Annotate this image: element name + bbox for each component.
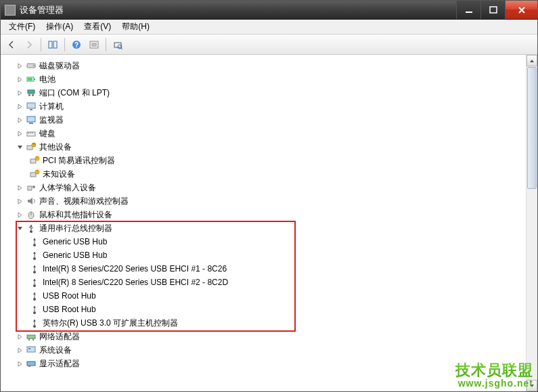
expand-toggle[interactable] bbox=[16, 129, 24, 137]
unknown-device-icon: ! bbox=[29, 155, 40, 166]
show-hide-console-button[interactable] bbox=[45, 37, 61, 53]
forward-button[interactable] bbox=[21, 37, 37, 53]
node-label: 未知设备 bbox=[43, 169, 75, 180]
close-button[interactable] bbox=[505, 1, 537, 19]
svg-rect-24 bbox=[29, 123, 33, 124]
tree-node-usb[interactable]: 通用串行总线控制器 bbox=[5, 221, 537, 235]
tree-node-usb-child[interactable]: Intel(R) 8 Series/C220 Series USB EHCI #… bbox=[5, 276, 537, 289]
svg-text:?: ? bbox=[74, 41, 79, 49]
tree-node-mouse[interactable]: 鼠标和其他指针设备 bbox=[5, 208, 537, 221]
svg-rect-27 bbox=[30, 133, 31, 133]
help-button[interactable]: ? bbox=[68, 37, 85, 53]
tree-node-usb-child[interactable]: 英特尔(R) USB 3.0 可扩展主机控制器 bbox=[5, 316, 537, 330]
menu-view[interactable]: 查看(V) bbox=[79, 20, 116, 34]
expand-toggle[interactable] bbox=[16, 332, 24, 341]
expand-toggle[interactable] bbox=[16, 102, 24, 110]
system-icon bbox=[26, 345, 37, 355]
tree-node-usb-child[interactable]: Generic USB Hub bbox=[5, 235, 537, 248]
menu-action[interactable]: 操作(A) bbox=[41, 20, 79, 34]
node-label: 英特尔(R) USB 3.0 可扩展主机控制器 bbox=[43, 318, 178, 329]
minimize-button[interactable] bbox=[456, 1, 480, 19]
svg-rect-38 bbox=[28, 186, 32, 190]
window-controls bbox=[456, 1, 537, 19]
tree-node-disk[interactable]: 磁盘驱动器 bbox=[5, 59, 537, 72]
svg-point-54 bbox=[33, 298, 36, 301]
tree-node-battery[interactable]: 电池 bbox=[5, 72, 537, 86]
maximize-button[interactable] bbox=[480, 1, 505, 19]
properties-button[interactable] bbox=[86, 37, 102, 53]
svg-rect-29 bbox=[27, 146, 32, 150]
svg-text:!: ! bbox=[37, 156, 37, 160]
node-label: USB Root Hub bbox=[43, 305, 96, 314]
menu-file[interactable]: 文件(F) bbox=[3, 20, 41, 34]
disk-icon bbox=[26, 60, 37, 71]
network-icon bbox=[26, 331, 37, 342]
vertical-scrollbar[interactable] bbox=[526, 55, 537, 391]
scroll-up-arrow[interactable] bbox=[526, 55, 537, 66]
mouse-icon bbox=[26, 209, 37, 220]
usb-device-icon bbox=[29, 318, 40, 328]
tree-node-usb-child[interactable]: USB Root Hub bbox=[5, 289, 537, 303]
svg-point-46 bbox=[33, 244, 36, 246]
tree-node-other[interactable]: ? 其他设备 bbox=[5, 140, 537, 154]
expand-toggle[interactable] bbox=[16, 62, 24, 70]
tree-node-sound[interactable]: 声音、视频和游戏控制器 bbox=[5, 194, 537, 208]
svg-rect-17 bbox=[28, 78, 32, 81]
toolbar-separator bbox=[41, 38, 41, 51]
tree-node-system[interactable]: 系统设备 bbox=[5, 343, 537, 357]
svg-rect-1 bbox=[490, 7, 497, 13]
tree-node-other-child[interactable]: ! PCI 简易通讯控制器 bbox=[5, 154, 537, 167]
svg-rect-61 bbox=[28, 339, 30, 341]
usb-device-icon bbox=[29, 263, 40, 274]
menu-help[interactable]: 帮助(H) bbox=[116, 20, 155, 34]
svg-rect-62 bbox=[32, 339, 34, 341]
tree-node-computer[interactable]: 计算机 bbox=[5, 100, 537, 113]
svg-rect-66 bbox=[28, 366, 30, 367]
svg-text:!: ! bbox=[37, 170, 37, 174]
expand-toggle[interactable] bbox=[16, 183, 24, 192]
node-label: 显示适配器 bbox=[39, 358, 80, 370]
toolbar-separator bbox=[64, 38, 65, 51]
menubar: 文件(F) 操作(A) 查看(V) 帮助(H) bbox=[1, 20, 537, 35]
tree-node-usb-child[interactable]: Generic USB Hub bbox=[5, 248, 537, 262]
expand-toggle[interactable] bbox=[16, 360, 24, 368]
scan-hardware-button[interactable] bbox=[110, 37, 126, 53]
node-label: 其他设备 bbox=[39, 141, 72, 153]
tree-node-ports[interactable]: 端口 (COM 和 LPT) bbox=[5, 86, 537, 100]
node-label: Intel(R) 8 Series/C220 Series USB EHCI #… bbox=[43, 264, 227, 274]
node-label: Generic USB Hub bbox=[43, 251, 107, 260]
tree-node-usb-child[interactable]: Intel(R) 8 Series/C220 Series USB EHCI #… bbox=[5, 262, 537, 276]
expand-toggle[interactable] bbox=[16, 346, 24, 354]
svg-rect-63 bbox=[27, 347, 35, 352]
tree-node-hid[interactable]: 人体学输入设备 bbox=[5, 181, 537, 194]
tree-node-other-child[interactable]: ! 未知设备 bbox=[5, 167, 537, 181]
expand-toggle[interactable] bbox=[16, 75, 24, 83]
collapse-toggle[interactable] bbox=[16, 143, 24, 151]
expand-toggle[interactable] bbox=[16, 211, 24, 219]
svg-rect-16 bbox=[34, 79, 35, 80]
usb-device-icon bbox=[29, 277, 40, 288]
usb-device-icon bbox=[29, 290, 40, 301]
expand-toggle[interactable] bbox=[16, 197, 24, 205]
node-label: 磁盘驱动器 bbox=[39, 60, 80, 72]
battery-icon bbox=[26, 74, 37, 85]
node-label: 电池 bbox=[39, 74, 55, 85]
node-label: 监视器 bbox=[39, 114, 64, 126]
tree-node-monitor[interactable]: 监视器 bbox=[5, 113, 537, 127]
node-label: 系统设备 bbox=[39, 345, 72, 356]
content-area: 磁盘驱动器 电池 端口 (COM 和 LPT) 计算机 监视器 键盘 bbox=[1, 55, 537, 391]
tree-node-network[interactable]: 网络适配器 bbox=[5, 330, 537, 343]
collapse-toggle[interactable] bbox=[16, 224, 24, 232]
back-button[interactable] bbox=[3, 37, 20, 53]
expand-toggle[interactable] bbox=[16, 89, 24, 97]
svg-rect-0 bbox=[466, 12, 472, 13]
tree-node-usb-child[interactable]: USB Root Hub bbox=[5, 303, 537, 316]
display-adapter-icon bbox=[26, 358, 37, 369]
node-label: 网络适配器 bbox=[39, 331, 80, 343]
expand-toggle[interactable] bbox=[16, 116, 24, 124]
scroll-thumb[interactable] bbox=[527, 67, 537, 189]
tree-node-keyboard[interactable]: 键盘 bbox=[5, 127, 537, 140]
svg-point-48 bbox=[33, 257, 36, 260]
device-tree[interactable]: 磁盘驱动器 电池 端口 (COM 和 LPT) 计算机 监视器 键盘 bbox=[1, 55, 537, 391]
node-label: 声音、视频和游戏控制器 bbox=[39, 196, 129, 207]
